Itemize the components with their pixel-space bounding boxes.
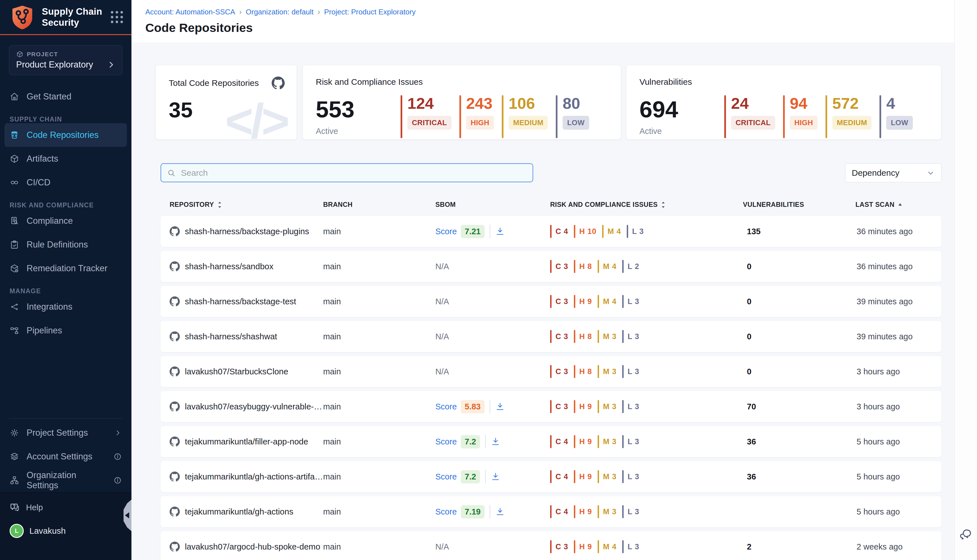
sbom-na: N/A (435, 262, 449, 271)
sbom-score-link[interactable]: Score (435, 227, 457, 236)
column-header-risk-and-compliance-issues[interactable]: RISK AND COMPLIANCE ISSUES (550, 201, 743, 208)
chat-bubbles-icon[interactable] (959, 528, 973, 542)
table-row[interactable]: shash-harness/backstage-test main N/A C … (160, 286, 941, 317)
sidebar-footer: Help L Lavakush (0, 492, 132, 560)
table-row[interactable]: tejakummarikuntla/filler-app-node main S… (160, 426, 941, 457)
gear-icon (10, 428, 19, 438)
nav-section-supply-chain: SUPPLY CHAIN (0, 108, 132, 123)
sbom-cell: Score 7.2 (435, 470, 550, 483)
issue-critical-count: C 3 (556, 332, 568, 341)
repository-cell[interactable]: shash-harness/shashwat (170, 332, 323, 342)
column-header-repository[interactable]: REPOSITORY (170, 201, 323, 208)
sidebar-item-label: Account Settings (27, 452, 92, 462)
sidebar-item-label: Integrations (27, 302, 72, 312)
repository-cell[interactable]: shash-harness/backstage-plugins (170, 226, 323, 237)
sidebar-item-project-settings[interactable]: Project Settings (0, 421, 132, 445)
download-sbom-icon[interactable] (495, 402, 505, 412)
severity-bar (598, 540, 599, 553)
issue-low-count: L 3 (628, 367, 640, 376)
divider (489, 400, 490, 413)
repository-cell[interactable]: tejakummarikuntla/gh-actions (170, 507, 323, 517)
filter-row: Dependency (160, 163, 941, 182)
sbom-score-link[interactable]: Score (435, 507, 457, 517)
table-row[interactable]: tejakummarikuntla/gh-actions-artifacts m… (160, 461, 941, 492)
download-sbom-icon[interactable] (491, 472, 500, 482)
severity-count: 106 (509, 95, 535, 112)
column-header-last-scan[interactable]: LAST SCAN (855, 201, 941, 208)
integrations-icon (10, 302, 19, 312)
download-sbom-icon[interactable] (495, 507, 505, 517)
dependency-dropdown[interactable]: Dependency (845, 163, 941, 182)
table-row[interactable]: lavakush07/StarbucksClone main N/A C 3 H… (160, 356, 941, 387)
sidebar-item-code-repositories[interactable]: Code Repositories (5, 123, 127, 147)
last-scan-cell: 5 hours ago (855, 507, 941, 517)
table-row[interactable]: shash-harness/backstage-plugins main Sco… (160, 216, 941, 247)
severity-bar (598, 295, 599, 308)
card-title: Total Code Repositories (169, 78, 284, 88)
table-row[interactable]: lavakush07/easybuggy-vulnerable-app… mai… (160, 391, 941, 422)
chevron-down-icon (926, 169, 935, 177)
search-input[interactable] (180, 168, 527, 178)
issue-low-count: L 3 (628, 297, 640, 306)
nav-section-manage: MANAGE (0, 280, 132, 295)
sort-icon[interactable] (660, 201, 666, 208)
user-menu[interactable]: L Lavakush (10, 524, 122, 538)
breadcrumb-organization[interactable]: Organization: default (246, 8, 314, 17)
help-button[interactable]: Help (10, 502, 122, 513)
severity-count: 94 (790, 95, 807, 112)
table-row[interactable]: lavakush07/argocd-hub-spoke-demo main N/… (160, 531, 941, 560)
branch-cell: main (323, 542, 435, 552)
table-row[interactable]: tejakummarikuntla/gh-actions main Score … (160, 496, 941, 527)
grid-icon[interactable] (111, 11, 123, 23)
repository-cell[interactable]: shash-harness/sandbox (170, 262, 323, 272)
repository-name: shash-harness/sandbox (185, 262, 273, 271)
sidebar-item-ci-cd[interactable]: CI/CD (0, 171, 132, 194)
sidebar-item-pipelines[interactable]: Pipelines (0, 319, 132, 342)
sort-asc-icon[interactable] (897, 202, 903, 207)
sidebar-item-get-started[interactable]: Get Started (0, 85, 132, 108)
severity-bar (598, 260, 599, 273)
issue-low-count: L 3 (628, 402, 640, 411)
repository-name: lavakush07/easybuggy-vulnerable-app… (185, 402, 323, 412)
cicd-icon (10, 178, 19, 187)
sbom-cell: Score 5.83 (435, 400, 550, 413)
sbom-score-link[interactable]: Score (435, 402, 457, 412)
repository-cell[interactable]: lavakush07/StarbucksClone (170, 367, 323, 377)
issue-critical-count: C 4 (556, 472, 568, 481)
sidebar-item-organization-settings[interactable]: Organization Settings (0, 468, 132, 492)
risk-issues-value: 553 (316, 98, 401, 121)
download-sbom-icon[interactable] (495, 227, 505, 236)
repository-cell[interactable]: tejakummarikuntla/gh-actions-artifacts (170, 472, 323, 482)
sbom-na: N/A (435, 297, 449, 306)
sidebar-item-remediation-tracker[interactable]: Remediation Tracker (0, 257, 132, 280)
severity-bar (880, 95, 881, 138)
issue-critical-count: C 3 (556, 367, 568, 376)
repository-cell[interactable]: lavakush07/argocd-hub-spoke-demo (170, 542, 323, 552)
breadcrumb-project[interactable]: Project: Product Exploratory (324, 8, 416, 17)
sidebar-item-artifacts[interactable]: Artifacts (0, 147, 132, 171)
branch-cell: main (323, 262, 435, 271)
github-icon (170, 542, 180, 552)
sbom-score-link[interactable]: Score (435, 472, 457, 482)
sidebar-item-rule-definitions[interactable]: Rule Definitions (0, 233, 132, 257)
github-icon (170, 437, 180, 447)
repository-cell[interactable]: shash-harness/backstage-test (170, 297, 323, 307)
issues-cell: C 3 H 8 M 4 L 2 (550, 260, 743, 273)
sidebar-item-account-settings[interactable]: Account Settings (0, 445, 132, 468)
search-box[interactable] (160, 163, 533, 182)
table-row[interactable]: shash-harness/sandbox main N/A C 3 H 8 M… (160, 251, 941, 282)
sort-icon[interactable] (217, 201, 222, 208)
repository-cell[interactable]: tejakummarikuntla/filler-app-node (170, 437, 323, 447)
breadcrumb-account[interactable]: Account: Automation-SSCA (145, 8, 235, 17)
sidebar-item-compliance[interactable]: Compliance (0, 209, 132, 233)
sidebar-item-integrations[interactable]: Integrations (0, 295, 132, 319)
table-row[interactable]: shash-harness/shashwat main N/A C 3 H 8 … (160, 321, 941, 352)
repository-name: tejakummarikuntla/gh-actions-artifacts (185, 472, 323, 482)
download-sbom-icon[interactable] (491, 437, 500, 447)
repository-cell[interactable]: lavakush07/easybuggy-vulnerable-app… (170, 402, 323, 412)
sbom-score-link[interactable]: Score (435, 437, 457, 447)
home-icon (10, 92, 19, 102)
column-header-branch: BRANCH (323, 201, 435, 208)
severity-bar (602, 225, 604, 238)
project-selector[interactable]: PROJECT Product Exploratory (9, 45, 122, 75)
